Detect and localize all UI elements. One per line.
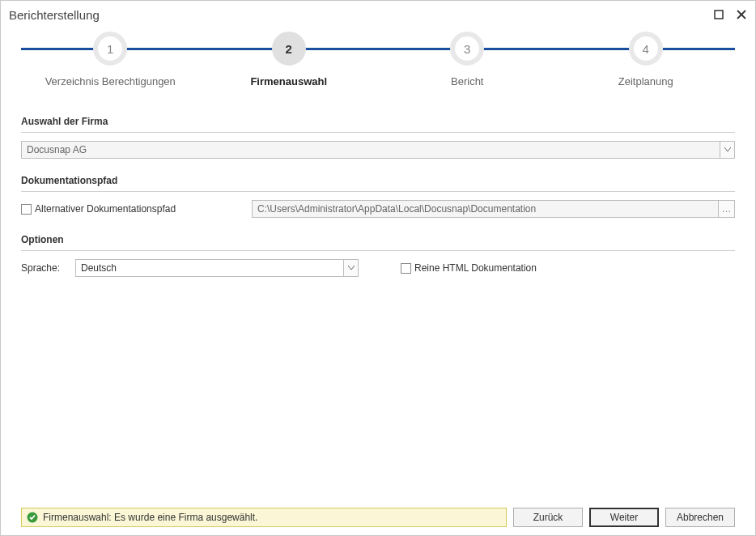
alt-path-check-wrap: Alternativer Dokumentationspfad (21, 203, 236, 215)
status-bar: Firmenauswahl: Es wurde eine Firma ausge… (21, 508, 507, 527)
wizard-window: Berichterstellung 1 Verzeichnis Berechti… (0, 0, 756, 536)
svg-rect-0 (715, 11, 723, 19)
step-label-1: Verzeichnis Berechtigungen (45, 75, 176, 87)
content-area: Auswahl der Firma Docusnap AG Dokumentat… (1, 101, 755, 506)
doku-row: Alternativer Dokumentationspfad C:\Users… (21, 200, 735, 218)
firma-row: Docusnap AG (21, 141, 735, 159)
next-button[interactable]: Weiter (589, 508, 659, 527)
section-opt-header: Optionen (21, 231, 735, 251)
doku-path-field[interactable]: C:\Users\Administrator\AppData\Local\Doc… (252, 200, 735, 218)
step-1[interactable]: 1 Verzeichnis Berechtigungen (21, 28, 200, 87)
language-select-value: Deutsch (81, 262, 117, 274)
step-label-2: Firmenauswahl (250, 75, 327, 87)
doku-path-value: C:\Users\Administrator\AppData\Local\Doc… (257, 203, 536, 215)
status-text: Firmenauswahl: Es wurde eine Firma ausge… (43, 512, 257, 523)
window-controls (713, 9, 747, 20)
step-3[interactable]: 3 Bericht (378, 28, 557, 87)
checkbox-icon (401, 263, 411, 274)
ellipsis-icon: … (722, 203, 732, 215)
language-label: Sprache: (21, 262, 66, 274)
step-label-3: Bericht (451, 75, 483, 87)
alt-path-label: Alternativer Dokumentationspfad (35, 203, 176, 215)
step-circle-4: 4 (629, 32, 663, 66)
chevron-down-icon[interactable] (343, 260, 358, 276)
checkbox-icon (21, 204, 32, 215)
step-circle-2: 2 (272, 32, 306, 66)
html-only-checkbox[interactable]: Reine HTML Dokumentation (401, 262, 537, 274)
section-doku-header: Dokumentationspfad (21, 172, 735, 192)
options-row: Sprache: Deutsch Reine HTML Dokumentatio… (21, 259, 735, 277)
maximize-icon[interactable] (713, 9, 724, 20)
window-title: Berichterstellung (9, 8, 713, 22)
section-firma-header: Auswahl der Firma (21, 113, 735, 133)
chevron-down-icon[interactable] (720, 142, 734, 158)
firma-select[interactable]: Docusnap AG (21, 141, 735, 159)
alt-path-checkbox[interactable]: Alternativer Dokumentationspfad (21, 203, 236, 215)
browse-button[interactable]: … (718, 201, 734, 217)
step-label-4: Zeitplanung (618, 75, 673, 87)
titlebar: Berichterstellung (1, 1, 755, 28)
back-button[interactable]: Zurück (513, 508, 583, 527)
step-circle-1: 1 (93, 32, 127, 66)
step-4[interactable]: 4 Zeitplanung (557, 28, 736, 87)
firma-select-value: Docusnap AG (27, 144, 87, 155)
close-icon[interactable] (736, 9, 747, 20)
language-select[interactable]: Deutsch (75, 259, 359, 277)
step-2[interactable]: 2 Firmenauswahl (200, 28, 379, 87)
cancel-button[interactable]: Abbrechen (665, 508, 735, 527)
wizard-stepbar: 1 Verzeichnis Berechtigungen 2 Firmenaus… (21, 28, 735, 101)
step-circle-3: 3 (450, 32, 484, 66)
footer: Firmenauswahl: Es wurde eine Firma ausge… (1, 506, 755, 535)
steps-container: 1 Verzeichnis Berechtigungen 2 Firmenaus… (21, 28, 735, 87)
html-only-label: Reine HTML Dokumentation (414, 262, 537, 274)
check-circle-icon (27, 512, 38, 523)
